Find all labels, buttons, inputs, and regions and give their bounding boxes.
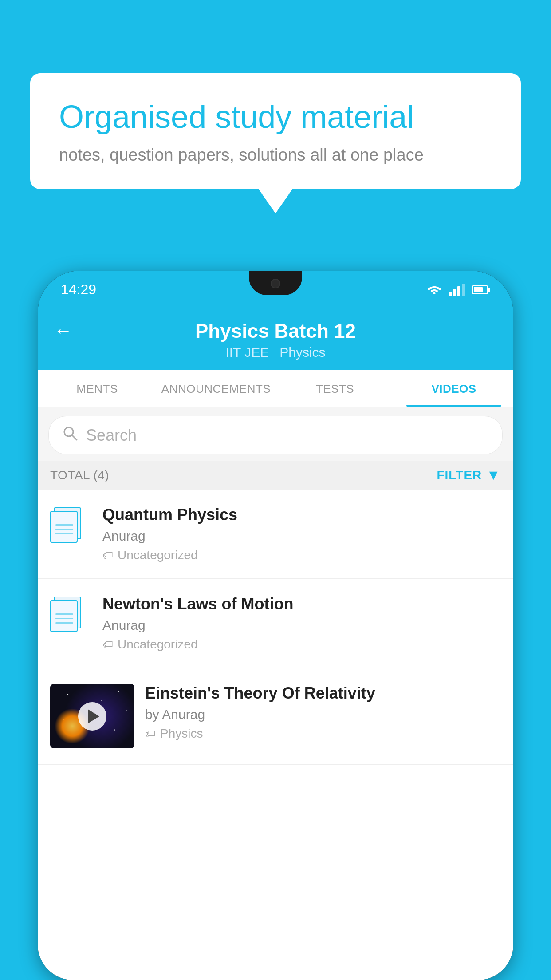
total-count: TOTAL (4) xyxy=(50,468,109,482)
subtitle-iitjee: IIT JEE xyxy=(225,345,269,360)
speech-bubble-arrow xyxy=(259,189,292,213)
tab-ments[interactable]: MENTS xyxy=(38,370,157,407)
phone-screen: ← Physics Batch 12 IIT JEE Physics MENTS… xyxy=(38,308,513,980)
back-button[interactable]: ← xyxy=(54,320,72,341)
battery-icon xyxy=(472,285,490,294)
filter-row: TOTAL (4) FILTER ▼ xyxy=(38,461,513,490)
tab-tests[interactable]: TESTS xyxy=(276,370,394,407)
video-tag: 🏷 Uncategorized xyxy=(102,548,501,562)
tab-bar: MENTS ANNOUNCEMENTS TESTS VIDEOS xyxy=(38,370,513,407)
phone-frame: 14:29 xyxy=(38,271,513,980)
signal-icon xyxy=(449,284,465,296)
video-doc-icon xyxy=(50,507,90,543)
video-author: Anurag xyxy=(102,618,501,633)
tag-icon: 🏷 xyxy=(102,549,113,561)
video-thumbnail xyxy=(50,684,134,748)
list-item[interactable]: Einstein's Theory Of Relativity by Anura… xyxy=(38,668,513,765)
list-item[interactable]: Newton's Laws of Motion Anurag 🏷 Uncateg… xyxy=(38,579,513,668)
tag-label: Uncategorized xyxy=(118,548,198,562)
camera xyxy=(271,279,280,288)
video-author: by Anurag xyxy=(145,707,501,722)
tag-icon: 🏷 xyxy=(145,727,156,740)
search-bar[interactable]: Search xyxy=(48,416,503,454)
speech-bubble: Organised study material notes, question… xyxy=(30,73,521,189)
video-content: Quantum Physics Anurag 🏷 Uncategorized xyxy=(102,506,501,562)
tag-label: Uncategorized xyxy=(118,637,198,652)
hero-title: Organised study material xyxy=(59,98,492,136)
video-tag: 🏷 Uncategorized xyxy=(102,637,501,652)
play-triangle-icon xyxy=(88,709,99,723)
filter-button[interactable]: FILTER ▼ xyxy=(437,467,501,483)
status-bar: 14:29 xyxy=(38,271,513,308)
hero-section: Organised study material notes, question… xyxy=(30,73,521,213)
search-icon xyxy=(62,425,78,445)
subtitle-physics: Physics xyxy=(279,345,325,360)
search-placeholder: Search xyxy=(86,426,137,445)
video-tag: 🏷 Physics xyxy=(145,727,501,741)
tab-videos[interactable]: VIDEOS xyxy=(394,370,513,407)
tab-announcements[interactable]: ANNOUNCEMENTS xyxy=(157,370,276,407)
filter-label: FILTER xyxy=(437,468,482,482)
app-header: ← Physics Batch 12 IIT JEE Physics xyxy=(38,308,513,370)
video-title: Newton's Laws of Motion xyxy=(102,595,501,613)
filter-icon: ▼ xyxy=(486,467,501,483)
video-title: Einstein's Theory Of Relativity xyxy=(145,684,501,703)
svg-point-0 xyxy=(433,292,436,294)
app-subtitle: IIT JEE Physics xyxy=(225,345,325,360)
wifi-icon xyxy=(427,284,441,296)
hero-subtitle: notes, question papers, solutions all at… xyxy=(59,146,492,165)
video-content: Newton's Laws of Motion Anurag 🏷 Uncateg… xyxy=(102,595,501,652)
tag-label: Physics xyxy=(160,727,203,741)
play-button[interactable] xyxy=(78,702,106,731)
tag-icon: 🏷 xyxy=(102,638,113,651)
app-title: Physics Batch 12 xyxy=(195,320,356,342)
status-icons xyxy=(427,284,490,296)
search-bar-wrap: Search xyxy=(38,407,513,461)
video-doc-icon xyxy=(50,597,90,632)
video-content: Einstein's Theory Of Relativity by Anura… xyxy=(145,684,501,741)
svg-line-2 xyxy=(72,435,77,440)
video-author: Anurag xyxy=(102,529,501,544)
video-title: Quantum Physics xyxy=(102,506,501,524)
notch xyxy=(249,271,302,295)
list-item[interactable]: Quantum Physics Anurag 🏷 Uncategorized xyxy=(38,490,513,579)
status-time: 14:29 xyxy=(61,281,96,298)
